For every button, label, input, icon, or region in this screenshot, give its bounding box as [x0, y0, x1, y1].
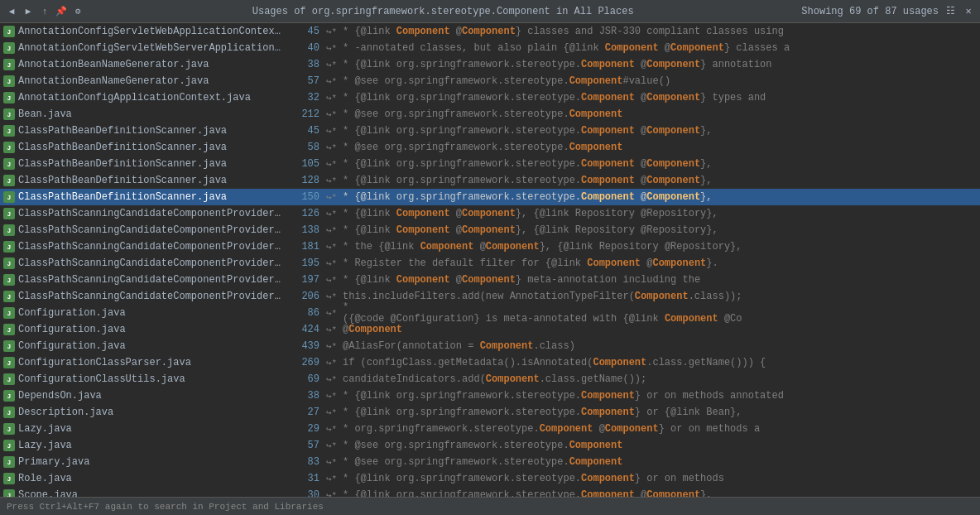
table-row[interactable]: JDependsOn.java38↪** {@link org.springfr… — [0, 387, 980, 404]
file-icon: J — [3, 208, 15, 219]
table-row[interactable]: JBean.java212↪** @see org.springframewor… — [0, 106, 980, 123]
row-preview: * @see org.springframework.stereotype.Co… — [343, 456, 977, 468]
table-row[interactable]: JClassPathScanningCandidateComponentProv… — [0, 272, 980, 288]
row-arrow: ↪* — [326, 109, 343, 120]
file-name: ConfigurationClassParser.java — [18, 357, 191, 368]
table-row[interactable]: JAnnotationConfigApplicationContext.java… — [0, 89, 980, 106]
file-name: ClassPathScanningCandidateComponentProvi… — [18, 224, 285, 236]
row-line: 105 — [285, 158, 326, 170]
row-file: JConfiguration.java — [3, 324, 285, 335]
row-line: 195 — [285, 258, 326, 269]
table-row[interactable]: JClassPathBeanDefinitionScanner.java150↪… — [0, 189, 980, 205]
row-preview: * {@link org.springframework.stereotype.… — [343, 59, 977, 70]
row-line: 83 — [285, 456, 326, 468]
row-line: 38 — [285, 390, 326, 402]
row-file: JAnnotationConfigServletWebApplicationCo… — [3, 26, 285, 37]
table-row[interactable]: JRole.java31↪** {@link org.springframewo… — [0, 470, 980, 487]
row-file: JConfiguration.java — [3, 340, 285, 352]
results-list[interactable]: JAnnotationConfigServletWebApplicationCo… — [0, 23, 980, 497]
row-file: JClassPathScanningCandidateComponentProv… — [3, 258, 285, 269]
up-icon[interactable]: ↑ — [38, 5, 51, 18]
row-preview: * {@link org.springframework.stereotype.… — [343, 191, 977, 203]
row-preview: * {@link org.springframework.stereotype.… — [343, 489, 977, 497]
row-file: JDescription.java — [3, 407, 285, 418]
file-name: DependsOn.java — [18, 390, 102, 402]
file-name: Bean.java — [18, 108, 72, 120]
table-row[interactable]: JAnnotationConfigServletWebApplicationCo… — [0, 23, 980, 40]
file-name: AnnotationConfigServletWebServerApplicat… — [18, 42, 285, 54]
table-row[interactable]: JConfigurationClassParser.java269↪*if (c… — [0, 354, 980, 371]
row-arrow: ↪* — [326, 225, 343, 236]
table-row[interactable]: JClassPathScanningCandidateComponentProv… — [0, 255, 980, 272]
row-file: JClassPathScanningCandidateComponentProv… — [3, 291, 285, 302]
table-row[interactable]: JAnnotationBeanNameGenerator.java57↪** @… — [0, 73, 980, 89]
row-preview: * {@link Component @Component} classes a… — [343, 26, 977, 37]
table-row[interactable]: JLazy.java29↪** org.springframework.ster… — [0, 421, 980, 437]
table-row[interactable]: JPrimary.java83↪** @see org.springframew… — [0, 454, 980, 470]
row-arrow: ↪* — [326, 391, 343, 402]
row-line: 30 — [285, 489, 326, 497]
file-icon: J — [3, 440, 15, 451]
table-row[interactable]: JConfiguration.java439↪*@AliasFor(annota… — [0, 338, 980, 354]
row-preview: this.includeFilters.add(new AnnotationTy… — [343, 291, 977, 302]
row-line: 45 — [285, 125, 326, 137]
settings-icon[interactable]: ⚙ — [71, 5, 84, 18]
table-row[interactable]: JClassPathScanningCandidateComponentProv… — [0, 205, 980, 222]
table-row[interactable]: JClassPathBeanDefinitionScanner.java58↪*… — [0, 139, 980, 156]
toolbar-icons: ◀ ▶ ↑ 📌 ⚙ — [5, 5, 84, 18]
back-icon[interactable]: ◀ — [5, 5, 18, 18]
table-row[interactable]: JClassPathScanningCandidateComponentProv… — [0, 238, 980, 255]
forward-icon[interactable]: ▶ — [22, 5, 35, 18]
file-icon: J — [3, 390, 15, 402]
file-icon: J — [3, 42, 15, 54]
row-line: 150 — [285, 191, 326, 203]
file-name: Lazy.java — [18, 423, 72, 435]
table-row[interactable]: JAnnotationBeanNameGenerator.java38↪** {… — [0, 56, 980, 73]
file-icon: J — [3, 75, 15, 87]
row-line: 269 — [285, 357, 326, 368]
file-icon: J — [3, 224, 15, 236]
table-row[interactable]: JScope.java30↪** {@link org.springframew… — [0, 487, 980, 497]
pin-icon[interactable]: 📌 — [55, 5, 68, 18]
file-name: ConfigurationClassUtils.java — [18, 373, 185, 385]
row-arrow: ↪* — [326, 407, 343, 418]
table-row[interactable]: JAnnotationConfigServletWebServerApplica… — [0, 40, 980, 56]
toolbar-right: Showing 69 of 87 usages ☷ ✕ — [801, 5, 975, 18]
row-arrow: ↪* — [326, 457, 343, 468]
file-icon: J — [3, 108, 15, 120]
file-icon: J — [3, 258, 15, 269]
row-line: 206 — [285, 291, 326, 302]
table-row[interactable]: JDescription.java27↪** {@link org.spring… — [0, 404, 980, 421]
file-icon: J — [3, 307, 15, 319]
row-line: 424 — [285, 324, 326, 335]
expand-icon[interactable]: ☷ — [944, 5, 957, 18]
row-file: JConfiguration.java — [3, 307, 285, 319]
file-icon: J — [3, 125, 15, 137]
file-icon: J — [3, 291, 15, 302]
table-row[interactable]: JLazy.java57↪** @see org.springframework… — [0, 437, 980, 454]
file-name: Description.java — [18, 407, 113, 418]
table-row[interactable]: JClassPathBeanDefinitionScanner.java45↪*… — [0, 123, 980, 139]
file-name: ClassPathBeanDefinitionScanner.java — [18, 191, 227, 203]
close-icon[interactable]: ✕ — [962, 5, 975, 18]
file-name: Configuration.java — [18, 324, 126, 335]
file-name: Primary.java — [18, 456, 89, 468]
row-preview: * {@link Component @Component} meta-anno… — [343, 274, 977, 286]
table-row[interactable]: JClassPathBeanDefinitionScanner.java105↪… — [0, 156, 980, 172]
row-arrow: ↪* — [326, 308, 343, 319]
row-preview: * {@link org.springframework.stereotype.… — [343, 407, 977, 418]
table-row[interactable]: JConfigurationClassUtils.java69↪*candida… — [0, 371, 980, 387]
table-row[interactable]: JClassPathScanningCandidateComponentProv… — [0, 222, 980, 238]
table-row[interactable]: JConfiguration.java424↪*@Component — [0, 321, 980, 338]
file-icon: J — [3, 324, 15, 335]
row-file: JClassPathBeanDefinitionScanner.java — [3, 191, 285, 203]
table-row[interactable]: JConfiguration.java86↪** ({@code @Config… — [0, 305, 980, 321]
status-text: Press Ctrl+Alt+F7 again to search in Pro… — [7, 502, 324, 512]
file-name: ClassPathScanningCandidateComponentProvi… — [18, 208, 285, 219]
toolbar: ◀ ▶ ↑ 📌 ⚙ Usages of org.springframework.… — [0, 0, 980, 23]
row-line: 45 — [285, 26, 326, 37]
file-icon: J — [3, 142, 15, 153]
table-row[interactable]: JClassPathBeanDefinitionScanner.java128↪… — [0, 172, 980, 189]
showing-count: Showing 69 of 87 usages — [801, 6, 939, 17]
row-arrow: ↪* — [326, 440, 343, 451]
